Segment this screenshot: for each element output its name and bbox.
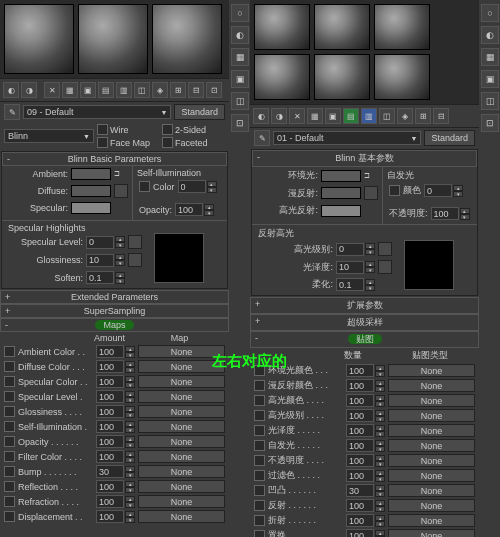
spinner-down[interactable]: ▾ bbox=[115, 242, 125, 248]
tool-icon[interactable]: ▣ bbox=[231, 70, 249, 88]
spinner-down[interactable]: ▾ bbox=[375, 401, 385, 407]
map-amount-input[interactable] bbox=[346, 529, 374, 537]
material-slot[interactable] bbox=[152, 4, 222, 74]
map-checkbox[interactable] bbox=[4, 481, 15, 492]
map-button[interactable] bbox=[128, 235, 142, 249]
section-header[interactable]: -Blinn 基本参数 bbox=[252, 150, 477, 167]
spinner-down[interactable]: ▾ bbox=[125, 367, 135, 373]
map-amount-input[interactable] bbox=[346, 424, 374, 437]
opacity-input[interactable] bbox=[431, 207, 459, 220]
spinner-down[interactable]: ▾ bbox=[375, 521, 385, 527]
ambient-swatch[interactable] bbox=[71, 168, 111, 180]
map-slot-button[interactable]: None bbox=[388, 529, 475, 537]
tool-icon[interactable]: ⊡ bbox=[481, 114, 499, 132]
map-checkbox[interactable] bbox=[254, 455, 265, 466]
map-checkbox[interactable] bbox=[4, 346, 15, 357]
section-header[interactable]: -Blinn Basic Parameters bbox=[2, 152, 227, 166]
diffuse-map-button[interactable] bbox=[364, 186, 378, 200]
soften-input[interactable] bbox=[86, 271, 114, 284]
map-amount-input[interactable] bbox=[346, 469, 374, 482]
diffuse-swatch[interactable] bbox=[321, 187, 361, 199]
map-checkbox[interactable] bbox=[254, 380, 265, 391]
speclevel-input[interactable] bbox=[86, 236, 114, 249]
map-amount-input[interactable] bbox=[96, 405, 124, 418]
map-amount-input[interactable] bbox=[96, 360, 124, 373]
map-button[interactable] bbox=[128, 253, 142, 267]
tool-icon[interactable]: ◑ bbox=[271, 108, 287, 124]
tool-icon[interactable]: ⊞ bbox=[415, 108, 431, 124]
map-amount-input[interactable] bbox=[346, 394, 374, 407]
map-slot-button[interactable]: None bbox=[138, 465, 225, 478]
tool-icon[interactable]: ⊞ bbox=[170, 82, 186, 98]
gloss-input[interactable] bbox=[336, 261, 364, 274]
tool-icon[interactable]: ▣ bbox=[325, 108, 341, 124]
map-slot-button[interactable]: None bbox=[388, 379, 475, 392]
material-slot[interactable] bbox=[374, 4, 430, 50]
shader-dropdown[interactable]: Blinn▼ bbox=[4, 129, 94, 143]
map-slot-button[interactable]: None bbox=[138, 435, 225, 448]
spinner-down[interactable]: ▾ bbox=[375, 506, 385, 512]
tool-icon[interactable]: ▤ bbox=[98, 82, 114, 98]
map-slot-button[interactable]: None bbox=[138, 480, 225, 493]
spinner-down[interactable]: ▾ bbox=[375, 461, 385, 467]
spinner-down[interactable]: ▾ bbox=[125, 352, 135, 358]
tool-icon[interactable]: ▦ bbox=[481, 48, 499, 66]
spinner-down[interactable]: ▾ bbox=[125, 442, 135, 448]
spinner-down[interactable]: ▾ bbox=[125, 412, 135, 418]
map-checkbox[interactable] bbox=[254, 500, 265, 511]
specular-swatch[interactable] bbox=[321, 205, 361, 217]
map-amount-input[interactable] bbox=[96, 390, 124, 403]
map-amount-input[interactable] bbox=[96, 480, 124, 493]
tool-icon[interactable]: ⊡ bbox=[206, 82, 222, 98]
tool-icon[interactable]: ▦ bbox=[231, 48, 249, 66]
tool-icon[interactable]: ✕ bbox=[289, 108, 305, 124]
map-checkbox[interactable] bbox=[254, 485, 265, 496]
tool-icon[interactable]: ▦ bbox=[307, 108, 323, 124]
tool-icon[interactable]: ◐ bbox=[481, 26, 499, 44]
map-slot-button[interactable]: None bbox=[388, 424, 475, 437]
map-amount-input[interactable] bbox=[96, 420, 124, 433]
map-checkbox[interactable] bbox=[4, 391, 15, 402]
map-checkbox[interactable] bbox=[4, 511, 15, 522]
map-checkbox[interactable] bbox=[4, 496, 15, 507]
extended-params-header[interactable]: +扩展参数 bbox=[250, 297, 479, 314]
tool-icon[interactable]: ⊟ bbox=[433, 108, 449, 124]
spinner-down[interactable]: ▾ bbox=[375, 416, 385, 422]
tool-icon[interactable]: ◫ bbox=[481, 92, 499, 110]
spinner-down[interactable]: ▾ bbox=[115, 260, 125, 266]
tool-icon[interactable]: ○ bbox=[481, 4, 499, 22]
map-slot-button[interactable]: None bbox=[388, 409, 475, 422]
spinner-down[interactable]: ▾ bbox=[460, 214, 470, 220]
spinner-down[interactable]: ▾ bbox=[365, 267, 375, 273]
map-amount-input[interactable] bbox=[346, 439, 374, 452]
map-slot-button[interactable]: None bbox=[388, 469, 475, 482]
map-amount-input[interactable] bbox=[96, 345, 124, 358]
material-slot[interactable] bbox=[254, 54, 310, 100]
map-slot-button[interactable]: None bbox=[388, 499, 475, 512]
spinner-down[interactable]: ▾ bbox=[125, 457, 135, 463]
map-amount-input[interactable] bbox=[96, 375, 124, 388]
tool-icon[interactable]: ▣ bbox=[481, 70, 499, 88]
map-checkbox[interactable] bbox=[4, 421, 15, 432]
map-slot-button[interactable]: None bbox=[138, 495, 225, 508]
supersampling-header[interactable]: +SuperSampling bbox=[0, 304, 229, 318]
map-checkbox[interactable] bbox=[4, 436, 15, 447]
map-checkbox[interactable] bbox=[254, 410, 265, 421]
spinner-down[interactable]: ▾ bbox=[375, 491, 385, 497]
ambient-swatch[interactable] bbox=[321, 170, 361, 182]
tool-icon[interactable]: ◐ bbox=[3, 82, 19, 98]
map-slot-button[interactable]: None bbox=[388, 484, 475, 497]
map-button[interactable] bbox=[378, 242, 392, 256]
map-slot-button[interactable]: None bbox=[138, 375, 225, 388]
map-checkbox[interactable] bbox=[254, 440, 265, 451]
spinner-down[interactable]: ▾ bbox=[125, 472, 135, 478]
soften-input[interactable] bbox=[336, 278, 364, 291]
map-slot-button[interactable]: None bbox=[388, 439, 475, 452]
twosided-checkbox[interactable] bbox=[162, 124, 173, 135]
map-checkbox[interactable] bbox=[4, 361, 15, 372]
tool-icon[interactable]: ▣ bbox=[80, 82, 96, 98]
tool-icon[interactable]: ✕ bbox=[44, 82, 60, 98]
spinner-down[interactable]: ▾ bbox=[125, 397, 135, 403]
tool-icon[interactable]: ◐ bbox=[231, 26, 249, 44]
map-button[interactable] bbox=[378, 260, 392, 274]
